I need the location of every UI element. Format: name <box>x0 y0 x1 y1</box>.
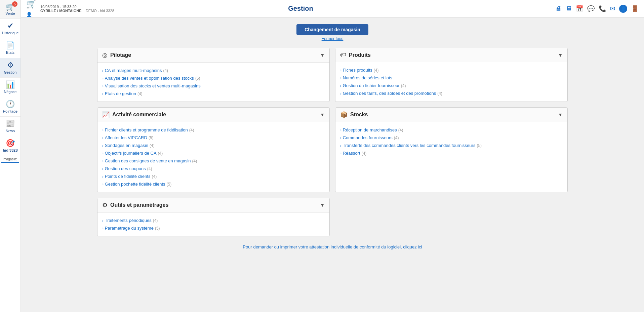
activite-chevron-icon[interactable]: ▼ <box>320 112 325 117</box>
panel-pilotage-body: › CA et marges multi-magasins (4) › Anal… <box>97 63 329 102</box>
list-item[interactable]: › Réassort (4) <box>340 149 563 157</box>
etats-icon: 📄 <box>6 41 15 50</box>
sidebar-item-historique[interactable]: ✔ Historique <box>0 19 21 38</box>
sidebar-item-news[interactable]: 📰 News <box>0 117 21 136</box>
list-item[interactable]: › Numéros de séries et lots <box>340 74 563 82</box>
outils-chevron-icon[interactable]: ▼ <box>320 202 325 208</box>
topbar-user: CYRILLE / MONTAIGNE DEMO - hid 3328 <box>40 9 283 13</box>
sidebar-item-hid-label: hid 3328 <box>3 148 17 153</box>
changement-magasin-button[interactable]: Changement de magasin <box>296 24 368 35</box>
gestion-icon: ⚙ <box>7 61 14 70</box>
topbar-info: 19/08/2019 - 15:33:20 CYRILLE / MONTAIGN… <box>40 5 283 13</box>
conformite-link[interactable]: Pour demander ou imprimer votre attestat… <box>243 244 422 249</box>
sidebar-magasin: magasin: <box>0 156 21 163</box>
sidebar-item-etats-label: Etats <box>6 50 14 55</box>
list-item[interactable]: › Paramétrage du système (5) <box>102 224 325 232</box>
chevron-right-icon: › <box>340 128 341 132</box>
list-item[interactable]: › Fiches produits (4) <box>340 66 563 74</box>
pilotage-icon: ◎ <box>102 51 108 59</box>
phone-icon[interactable]: 📞 <box>599 5 606 12</box>
sidebar: 🛒 5 Vente ✔ Historique 📄 Etats ⚙ Gestion… <box>0 0 21 312</box>
produits-chevron-icon[interactable]: ▼ <box>558 52 563 58</box>
chevron-right-icon: › <box>340 84 341 88</box>
panel-pilotage-header: ◎ Pilotage ▼ <box>97 48 329 63</box>
news-icon: 📰 <box>6 119 15 128</box>
mail-icon[interactable]: ✉ <box>610 5 615 12</box>
chevron-right-icon: › <box>102 128 104 132</box>
panel-produits-body: › Fiches produits (4) › Numéros de série… <box>335 62 567 101</box>
chevron-right-icon: › <box>340 68 341 72</box>
activite-icon: 📈 <box>102 111 110 118</box>
bottom-link-section: Pour demander ou imprimer votre attestat… <box>31 244 634 249</box>
sidebar-item-etats[interactable]: 📄 Etats <box>0 38 21 58</box>
list-item[interactable]: › Affecter les VIPCARD (5) <box>102 134 325 142</box>
list-item[interactable]: › Etats de gestion (4) <box>102 90 325 98</box>
list-item[interactable]: › Gestion du fichier fournisseur (4) <box>340 82 563 89</box>
chevron-right-icon: › <box>340 144 341 148</box>
sidebar-item-negoce-label: Négoce <box>4 90 17 94</box>
list-item[interactable]: › Points de fidélité clients (4) <box>102 172 325 180</box>
sms-icon[interactable]: 💬 <box>587 5 595 12</box>
panel-activite-commerciale: 📈 Activité commerciale ▼ › Fichier clien… <box>97 107 330 192</box>
produits-icon: 🏷 <box>340 51 346 58</box>
chevron-right-icon: › <box>102 174 104 179</box>
list-item[interactable]: › Gestion pochette fidélité clients (5) <box>102 180 325 188</box>
chevron-right-icon: › <box>102 144 104 148</box>
chevron-right-icon: › <box>102 226 104 230</box>
topbar-icons: 🖨 🖥 📅 💬 📞 ✉ 👤 🚪 <box>556 5 639 13</box>
sidebar-item-gestion[interactable]: ⚙ Gestion <box>0 58 21 78</box>
list-item[interactable]: › Sondages en magasin (4) <box>102 142 325 149</box>
panel-outils-body: › Traitements périodiques (4) › Paramétr… <box>97 212 329 236</box>
list-item[interactable]: › Traitements périodiques (4) <box>102 217 325 224</box>
list-item[interactable]: › Objectifs journaliers de CA (4) <box>102 149 325 157</box>
sidebar-item-pointage[interactable]: 🕐 Pointage <box>0 97 21 117</box>
sidebar-item-vente[interactable]: 🛒 5 Vente <box>0 0 21 19</box>
chevron-right-icon: › <box>102 159 104 163</box>
list-item[interactable]: › Réception de marchandises (4) <box>340 126 563 134</box>
list-item[interactable]: › Gestion des tarifs, des soldes et des … <box>340 89 563 97</box>
chevron-right-icon: › <box>102 219 104 223</box>
list-item[interactable]: › Commandes fournisseurs (4) <box>340 134 563 142</box>
panel-stocks-title: Stocks <box>350 112 558 118</box>
screen-icon[interactable]: 🖥 <box>566 5 572 12</box>
chevron-right-icon: › <box>102 151 104 155</box>
user-cart-icon: 🛒👤 <box>26 0 36 18</box>
topbar-title: Gestion <box>288 5 313 12</box>
negoce-icon: 📊 <box>6 80 15 89</box>
chevron-right-icon: › <box>102 136 104 140</box>
panel-pilotage-title: Pilotage <box>110 52 320 58</box>
print-icon[interactable]: 🖨 <box>556 5 562 12</box>
chevron-right-icon: › <box>102 69 104 73</box>
chevron-right-icon: › <box>340 76 341 80</box>
list-item[interactable]: › Gestion des consignes de vente en maga… <box>102 157 325 165</box>
panel-pilotage: ◎ Pilotage ▼ › CA et marges multi-magasi… <box>97 48 330 102</box>
list-item[interactable]: › Fichier clients et programme de fidéli… <box>102 126 325 134</box>
panel-outils-title: Outils et paramétrages <box>110 202 320 208</box>
list-item[interactable]: › Gestion des coupons (4) <box>102 165 325 172</box>
panel-activite-title: Activité commerciale <box>112 112 320 118</box>
main-content: Changement de magasin Fermer tous ◎ Pilo… <box>21 17 644 312</box>
calendar-icon[interactable]: 📅 <box>576 5 583 12</box>
list-item[interactable]: › CA et marges multi-magasins (4) <box>102 67 325 74</box>
fermer-tous-link[interactable]: Fermer tous <box>31 36 634 41</box>
pilotage-chevron-icon[interactable]: ▼ <box>320 52 325 58</box>
list-item[interactable]: › Visualisation des stocks et ventes mul… <box>102 82 325 90</box>
lock-icon[interactable]: 👤 <box>619 5 627 13</box>
panel-stocks: 📦 Stocks ▼ › Réception de marchandises (… <box>335 107 568 192</box>
stocks-icon: 📦 <box>340 111 348 118</box>
panel-activite-body: › Fichier clients et programme de fidéli… <box>97 122 329 192</box>
chevron-right-icon: › <box>102 76 104 80</box>
sidebar-item-negoce[interactable]: 📊 Négoce <box>0 78 21 97</box>
chevron-right-icon: › <box>102 182 104 186</box>
panel-stocks-header: 📦 Stocks ▼ <box>335 108 567 122</box>
panel-produits-title: Produits <box>349 52 558 58</box>
stocks-chevron-icon[interactable]: ▼ <box>558 112 563 117</box>
chevron-right-icon: › <box>102 167 104 171</box>
sidebar-item-news-label: News <box>6 129 15 133</box>
panel-outils-header: ⚙ Outils et paramétrages ▼ <box>97 198 329 212</box>
exit-icon[interactable]: 🚪 <box>631 5 639 12</box>
list-item[interactable]: › Analyse des ventes et optimisation des… <box>102 74 325 82</box>
list-item[interactable]: › Transferts des commandes clients vers … <box>340 142 563 149</box>
panels-grid: ◎ Pilotage ▼ › CA et marges multi-magasi… <box>97 48 568 236</box>
sidebar-item-hid[interactable]: 🎯 hid 3328 <box>0 136 21 156</box>
